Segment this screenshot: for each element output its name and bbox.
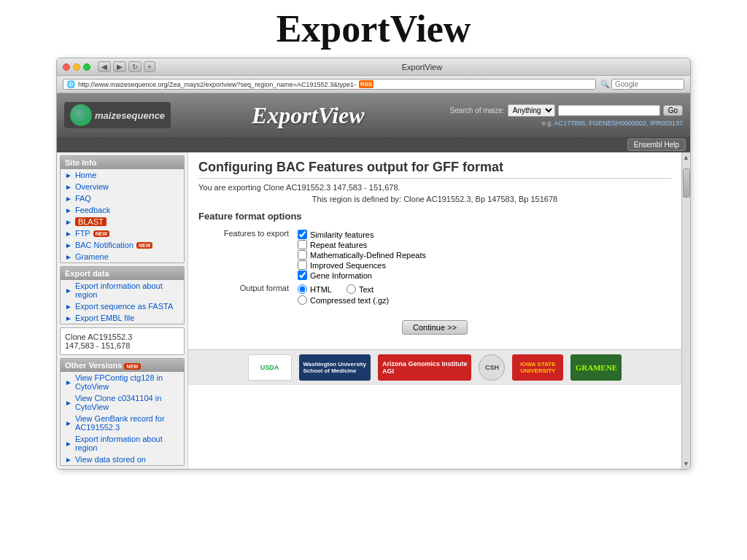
radio-html[interactable]	[298, 284, 307, 294]
favicon: 🌐	[66, 80, 75, 88]
sidebar-item-ftp[interactable]: ► FTP new	[61, 228, 184, 239]
search-type-select[interactable]: Anything	[508, 104, 555, 117]
sidebar-item-faq[interactable]: ► FAQ	[61, 192, 184, 204]
arrow-icon: ►	[65, 314, 72, 322]
arrow-icon: ►	[65, 253, 72, 261]
example-link-3[interactable]: IPR003137	[650, 120, 683, 127]
output-row-1: HTML Text	[298, 284, 667, 295]
features-to-export-label: Features to export	[198, 228, 293, 282]
search-input[interactable]	[558, 105, 660, 116]
checkbox-similarity[interactable]	[298, 230, 307, 239]
logo-agi: Arizona Genomics InstituteAGI	[378, 354, 472, 381]
page-heading: Configuring BAC Features output for GFF …	[198, 160, 671, 179]
feature-format-section: Feature format options Features to expor…	[198, 211, 671, 335]
forward-button[interactable]: ▶	[113, 61, 126, 72]
sidebar-link-export-fasta[interactable]: Export sequence as FASTA	[75, 302, 173, 311]
go-button[interactable]: Go	[663, 105, 683, 116]
sidebar-item-clone-cytoview[interactable]: ► View Clone c0341104 in CytoView	[61, 392, 184, 413]
sidebar-link-faq[interactable]: FAQ	[75, 194, 91, 203]
sidebar-link-ftp[interactable]: FTP	[75, 229, 90, 238]
scrollbar-thumb[interactable]	[683, 168, 690, 198]
sidebar-link-clone-cytoview[interactable]: View Clone c0341104 in CytoView	[75, 394, 179, 411]
sidebar-link-overview[interactable]: Overview	[75, 182, 109, 191]
other-versions-header: Other Versions new	[61, 359, 184, 372]
sidebar-link-blast[interactable]: BLAST	[75, 217, 107, 226]
scrollbar[interactable]: ▲ ▼	[681, 152, 690, 469]
sidebar-link-bac-notification[interactable]: BAC Notification	[75, 241, 133, 249]
feature-repeat: Repeat features	[298, 240, 667, 249]
export-data-section: Export data ► Export information about r…	[60, 266, 185, 324]
checkbox-improved-seq[interactable]	[298, 260, 307, 270]
sidebar-item-overview[interactable]: ► Overview	[61, 181, 184, 192]
sidebar-item-export-embl[interactable]: ► Export EMBL file	[61, 312, 184, 324]
sidebar-item-blast[interactable]: ► BLAST	[61, 216, 184, 228]
new-badge-other: new	[124, 363, 140, 370]
label-improved-seq: Improved Sequences	[310, 261, 386, 270]
other-versions-label: Other Versions	[65, 361, 122, 370]
search-of-maize-label: Search of maize:	[450, 106, 505, 114]
arrow-icon: ►	[65, 303, 72, 311]
arrow-icon: ►	[65, 230, 72, 238]
output-format-options: HTML Text	[293, 282, 671, 307]
sidebar-item-home[interactable]: ► Home	[61, 169, 184, 181]
example-link-2[interactable]: FGENESH0000002	[589, 120, 646, 127]
checkbox-math-repeats[interactable]	[298, 250, 307, 260]
sidebar-item-feedback[interactable]: ► Feedback	[61, 204, 184, 216]
sidebar-link-fpcontig[interactable]: View FPContig ctg128 in CytoView	[75, 373, 179, 391]
arrow-icon: ►	[65, 195, 72, 203]
checkbox-repeat[interactable]	[298, 240, 307, 249]
refresh-button[interactable]: ↻	[128, 61, 142, 72]
logo-washington: Washington UniversitySchool of Medicine	[299, 354, 371, 381]
site-header-title: ExportView	[174, 98, 443, 133]
label-html: HTML	[310, 285, 332, 294]
radio-compressed[interactable]	[298, 295, 307, 305]
sidebar-link-export-embl[interactable]: Export EMBL file	[75, 314, 135, 322]
output-html: HTML	[298, 284, 332, 294]
address-bar[interactable]: 🌐 http://www.maizesequence.org/Zea_mays2…	[63, 79, 596, 90]
maize-logo-image	[70, 104, 92, 126]
checkbox-gene-info[interactable]	[298, 271, 307, 280]
scroll-down[interactable]: ▼	[683, 460, 689, 467]
sidebar-link-export-info2[interactable]: Export information about region	[75, 435, 179, 452]
sidebar-item-export-fasta[interactable]: ► Export sequence as FASTA	[61, 300, 184, 312]
sidebar-item-gramene[interactable]: ► Gramene	[61, 251, 184, 262]
new-badge-ftp: new	[93, 230, 109, 237]
sidebar-item-export-info2[interactable]: ► Export information about region	[61, 433, 184, 454]
site-info-header: Site Info	[61, 156, 184, 169]
sidebar-link-genbank[interactable]: View GenBank record for AC191552.3	[75, 414, 179, 432]
continue-button[interactable]: Continue >>	[402, 320, 468, 335]
sidebar-item-view-data[interactable]: ► View data stored on	[61, 454, 184, 465]
sidebar-item-export-region[interactable]: ► Export information about region	[61, 280, 184, 300]
radio-text[interactable]	[347, 284, 356, 294]
window-controls	[63, 63, 90, 71]
close-dot[interactable]	[63, 63, 70, 71]
maximize-dot[interactable]	[83, 63, 90, 71]
content-inner: Configuring BAC Features output for GFF …	[188, 152, 681, 469]
region-info: This region is defined by: Clone AC19155…	[198, 195, 671, 203]
sidebar-item-bac-notification[interactable]: ► BAC Notification new	[61, 239, 184, 251]
arrow-icon: ►	[65, 440, 72, 448]
rss-badge: RSS	[359, 80, 374, 88]
arrow-icon: ►	[65, 378, 72, 386]
new-tab-button[interactable]: +	[144, 61, 155, 72]
example-link-1[interactable]: AC177895	[554, 120, 586, 127]
sidebar-item-fpcontig[interactable]: ► View FPContig ctg128 in CytoView	[61, 372, 184, 392]
section-title: Feature format options	[198, 211, 671, 222]
sidebar-link-feedback[interactable]: Feedback	[75, 206, 110, 214]
site-logo-area: maizesequence	[64, 98, 166, 133]
sidebar-link-view-data[interactable]: View data stored on	[75, 455, 146, 464]
page-big-title: ExportView	[276, 7, 471, 50]
sidebar-item-genbank[interactable]: ► View GenBank record for AC191552.3	[61, 413, 184, 433]
minimize-dot[interactable]	[73, 63, 80, 71]
sidebar-link-export-region[interactable]: Export information about region	[75, 281, 179, 299]
ensembl-help-button[interactable]: Ensembl Help	[627, 139, 686, 151]
sidebar-link-home[interactable]: Home	[75, 171, 96, 179]
browser-search-input[interactable]	[611, 79, 684, 90]
exportview-header-title: ExportView	[252, 102, 365, 129]
arrow-icon: ►	[65, 456, 72, 464]
sidebar-link-gramene[interactable]: Gramene	[75, 252, 109, 261]
back-button[interactable]: ◀	[98, 61, 111, 72]
scroll-up[interactable]: ▲	[683, 154, 689, 161]
maize-logo: maizesequence	[64, 102, 171, 128]
other-versions-section: Other Versions new ► View FPContig ctg12…	[60, 358, 185, 466]
